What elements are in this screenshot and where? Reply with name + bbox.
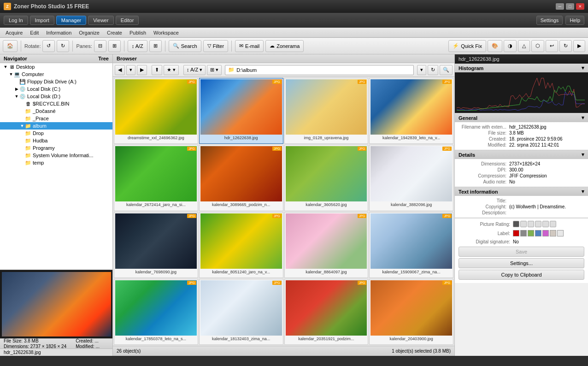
color-box-purple[interactable] — [542, 230, 549, 236]
tree-item-docasne[interactable]: 📁 _Dočasné — [0, 107, 112, 115]
text-info-header[interactable]: Text information ▾ — [455, 187, 588, 196]
expand-local-c[interactable]: ▶ — [14, 86, 19, 92]
thumbnail-item-8[interactable]: JPGkalendar_7698090.jpg — [114, 212, 198, 278]
back-button[interactable]: ◀ — [115, 65, 125, 75]
rating-star-5[interactable] — [550, 221, 556, 227]
color-box-green[interactable] — [528, 230, 534, 236]
menu-organize[interactable]: Organize — [75, 29, 103, 36]
expand-drop[interactable] — [19, 130, 25, 136]
viewer-button[interactable]: Viewer — [88, 16, 113, 25]
expand-programy[interactable] — [19, 145, 25, 151]
editor-button[interactable]: Editor — [116, 16, 139, 25]
expand-desktop[interactable]: ▼ — [3, 64, 8, 70]
histogram-header[interactable]: Histogram ▾ — [455, 64, 588, 72]
expand-floppy[interactable] — [14, 79, 19, 84]
filter-button[interactable]: ▽ Filter — [203, 40, 228, 52]
login-button[interactable]: Log In — [4, 16, 28, 25]
tree-item-temp[interactable]: 📁 temp — [0, 159, 112, 166]
tree-item-hudba[interactable]: 📁 Hudba — [0, 137, 112, 144]
menu-information[interactable]: Information — [42, 29, 75, 36]
rating-stars[interactable] — [513, 221, 556, 227]
search-button[interactable]: 🔍 Search — [169, 40, 201, 52]
quickfix-button[interactable]: ⚡ Quick Fix — [448, 40, 486, 52]
menu-edit[interactable]: Edit — [26, 29, 42, 36]
thumbnail-grid[interactable]: JPGdreamstime_xxl_24696362.jpgJPGhdr_126… — [113, 77, 454, 346]
tree-item-prace[interactable]: 📁 _Prace — [0, 115, 112, 122]
color-box-blue[interactable] — [535, 230, 541, 236]
contrast-button[interactable]: ◑ — [504, 40, 517, 52]
toolbar-browse-button[interactable]: 🏠 — [3, 40, 18, 52]
rating-star-2[interactable] — [528, 221, 534, 227]
menu-workspace[interactable]: Workspace — [150, 29, 182, 36]
sort-az-button[interactable]: ↕ A/Z ▾ — [183, 65, 206, 75]
expand-sysvol[interactable] — [19, 153, 25, 158]
thumbnail-item-10[interactable]: JPGkalendar_8864097.jpg — [284, 212, 369, 278]
view-mode-button[interactable]: ⊞ — [149, 40, 162, 52]
tree-item-programy[interactable]: 📁 Programy — [0, 144, 112, 152]
settings-btn[interactable]: Settings... — [459, 258, 584, 268]
menu-acquire[interactable]: Acquire — [2, 29, 26, 36]
tree-item-local-c[interactable]: ▶ 💿 Local Disk (C:) — [0, 85, 112, 93]
tree-item-computer[interactable]: ▼ 💻 Computer — [0, 71, 112, 78]
more-button[interactable]: ▶ — [573, 40, 585, 52]
thumbnail-item-9[interactable]: JPGkalendar_8051240_jaro_na_v... — [199, 212, 283, 278]
close-button[interactable]: ✕ — [576, 3, 584, 10]
thumbnail-item-1[interactable]: JPGhdr_12622638.jpg — [199, 78, 283, 144]
thumbnail-item-13[interactable]: JPGkalendar_18132403_zima_na... — [199, 279, 283, 345]
help-button[interactable]: Help — [565, 16, 584, 25]
expand-computer[interactable]: ▼ — [8, 71, 14, 77]
expand-album[interactable]: ▼ — [19, 123, 25, 129]
panes-nav-button[interactable]: ⊟ — [94, 40, 106, 52]
tree-view-label[interactable]: Tree — [98, 56, 109, 61]
color-box-light[interactable] — [550, 230, 556, 236]
expand-local-d[interactable]: ▼ — [14, 94, 19, 99]
file-tree[interactable]: ▼ 🖥 Desktop ▼ 💻 Computer 💾 Floppy Disk D… — [0, 63, 112, 270]
rating-star-3[interactable] — [535, 221, 541, 227]
rotate2-button[interactable]: ↩ — [546, 40, 558, 52]
expand-hudba[interactable] — [19, 138, 25, 143]
expand-docasne[interactable] — [19, 108, 25, 114]
panes-view-button[interactable]: ⊞ — [108, 40, 121, 52]
path-dropdown-button[interactable]: ▾ — [417, 65, 426, 75]
import-button[interactable]: Import — [30, 16, 54, 25]
view-toggle-button[interactable]: ⊞ ▾ — [207, 65, 222, 75]
tree-item-recycle[interactable]: 🗑 $RECYCLE.BIN — [0, 100, 112, 107]
thumbnail-item-6[interactable]: JPGkalendar_3605620.jpg — [284, 145, 369, 211]
thumbnail-item-4[interactable]: JPGkalendar_2672414_jaro_na_si... — [114, 145, 198, 211]
refresh-button[interactable]: ↻ — [559, 40, 572, 52]
color-adjust-button[interactable]: 🎨 — [488, 40, 502, 52]
save-button[interactable]: Save — [459, 247, 584, 257]
general-header[interactable]: General ▾ — [455, 113, 588, 122]
thumbnail-item-5[interactable]: JPGkalendar_3089665_podzim_n... — [199, 145, 283, 211]
sort-button[interactable]: ↕ A/Z — [128, 40, 147, 52]
settings-button[interactable]: Settings — [536, 16, 563, 25]
expand-prace[interactable] — [19, 116, 25, 121]
tree-item-floppy[interactable]: 💾 Floppy Disk Drive (A:) — [0, 78, 112, 85]
rating-star-1[interactable] — [520, 221, 527, 227]
forward-button[interactable]: ▶ — [137, 65, 147, 75]
thumbnail-item-12[interactable]: JPGkalendar_17850378_leto_na_s... — [114, 279, 198, 345]
thumbnail-item-0[interactable]: JPGdreamstime_xxl_24696362.jpg — [114, 78, 198, 144]
thumbnail-item-7[interactable]: JPGkalendar_3882096.jpg — [369, 145, 453, 211]
tree-item-desktop[interactable]: ▼ 🖥 Desktop — [0, 63, 112, 71]
zonerama-button[interactable]: ☁ Zonerama — [265, 40, 304, 52]
maximize-button[interactable]: □ — [566, 3, 574, 10]
rating-star-4[interactable] — [542, 221, 549, 227]
thumbnail-item-15[interactable]: JPGkalendar_20403900.jpg — [369, 279, 453, 345]
sharpen-button[interactable]: △ — [518, 40, 530, 52]
color-box-gray[interactable] — [520, 230, 527, 236]
dropdown-button[interactable]: ▾ — [126, 65, 135, 75]
rating-star-0[interactable] — [513, 221, 519, 227]
color-boxes[interactable] — [513, 230, 564, 236]
manager-button[interactable]: Manager — [56, 16, 86, 25]
rotate-right-button[interactable]: ↻ — [57, 40, 69, 52]
tree-item-album[interactable]: ▼ 📁 album — [0, 122, 112, 130]
menu-create[interactable]: Create — [103, 29, 126, 36]
details-header[interactable]: Details ▾ — [455, 150, 588, 159]
copy-clipboard-button[interactable]: Copy to Clipboard — [459, 270, 584, 280]
expand-recycle[interactable] — [19, 101, 25, 106]
refresh-path-button[interactable]: ↻ — [428, 65, 438, 75]
up-button[interactable]: ⬆ — [152, 65, 162, 75]
menu-publish[interactable]: Publish — [126, 29, 150, 36]
color-box-red[interactable] — [513, 230, 519, 236]
